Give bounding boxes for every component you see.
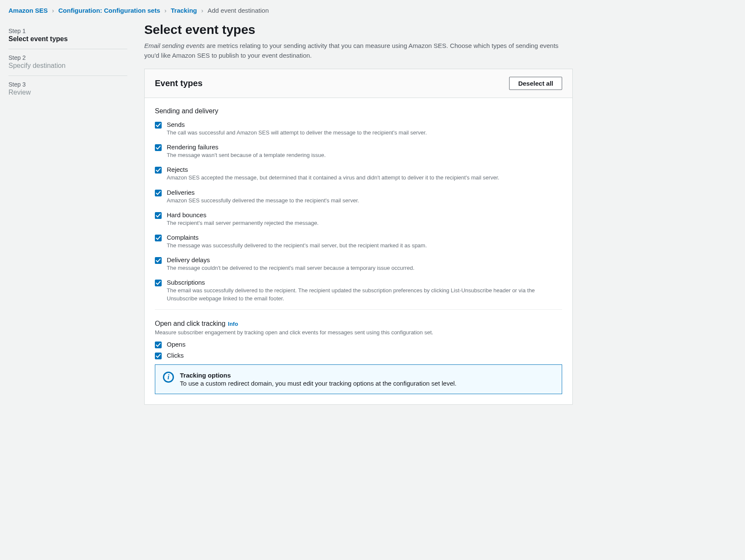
checkbox-row-deliveries: Deliveries Amazon SES successfully deliv… [155,189,562,204]
checkbox-desc: The call was successful and Amazon SES w… [167,129,427,137]
info-box-body: To use a custom redirect domain, you mus… [180,380,457,387]
step-label: Step 3 [8,81,127,88]
step-title: Select event types [8,34,127,43]
checkbox-desc: Amazon SES accepted the message, but det… [167,174,499,182]
page-intro: Email sending events are metrics relatin… [144,41,573,60]
breadcrumb-link[interactable]: Configuration: Configuration sets [59,7,160,14]
checkbox-delivery-delays[interactable] [155,257,162,264]
breadcrumb-link[interactable]: Amazon SES [8,7,48,14]
checkbox-desc: Amazon SES successfully delivered the me… [167,197,359,204]
checkbox-row-rendering-failures: Rendering failures The message wasn't se… [155,143,562,159]
checkbox-label: Subscriptions [167,279,562,286]
panel-title: Event types [155,78,202,88]
checkbox-opens[interactable] [155,342,162,348]
checkbox-row-hard-bounces: Hard bounces The recipient's mail server… [155,211,562,227]
wizard-step-1[interactable]: Step 1 Select event types [8,22,127,49]
checkbox-row-clicks: Clicks [155,352,562,359]
checkbox-desc: The message was successfully delivered t… [167,242,427,249]
checkbox-row-subscriptions: Subscriptions The email was successfully… [155,279,562,302]
checkbox-label: Rendering failures [167,143,326,151]
checkbox-label: Rejects [167,166,499,173]
step-title: Review [8,88,127,96]
wizard-steps: Step 1 Select event types Step 2 Specify… [8,22,127,405]
step-label: Step 1 [8,28,127,34]
breadcrumb-current: Add event destination [207,7,269,14]
info-link[interactable]: Info [228,321,238,327]
info-icon [163,372,174,383]
checkbox-row-rejects: Rejects Amazon SES accepted the message,… [155,166,562,182]
checkbox-label: Opens [167,341,185,348]
info-box-title: Tracking options [180,372,457,379]
checkbox-label: Hard bounces [167,211,319,218]
breadcrumb: Amazon SES › Configuration: Configuratio… [8,3,737,22]
checkbox-desc: The message wasn't sent because of a tem… [167,151,326,159]
group-heading-tracking: Open and click trackingInfo [155,320,562,328]
deselect-all-button[interactable]: Deselect all [509,77,562,90]
chevron-right-icon: › [165,7,167,14]
main-content: Select event types Email sending events … [144,22,573,405]
checkbox-rendering-failures[interactable] [155,144,162,151]
breadcrumb-link[interactable]: Tracking [171,7,197,14]
checkbox-deliveries[interactable] [155,190,162,196]
checkbox-label: Delivery delays [167,256,415,263]
checkbox-desc: The message couldn't be delivered to the… [167,264,415,272]
checkbox-row-delivery-delays: Delivery delays The message couldn't be … [155,256,562,272]
checkbox-desc: The email was successfully delivered to … [167,287,562,302]
checkbox-rejects[interactable] [155,167,162,174]
checkbox-sends[interactable] [155,122,162,129]
wizard-step-3[interactable]: Step 3 Review [8,76,127,102]
chevron-right-icon: › [201,7,203,14]
step-title: Specify destination [8,61,127,70]
checkbox-desc: The recipient's mail server permanently … [167,219,319,227]
checkbox-row-opens: Opens [155,341,562,348]
checkbox-subscriptions[interactable] [155,280,162,286]
group-desc-tracking: Measure subscriber engagement by trackin… [155,329,562,336]
checkbox-hard-bounces[interactable] [155,212,162,219]
tracking-info-box: Tracking options To use a custom redirec… [155,364,562,394]
group-heading-sending: Sending and delivery [155,107,562,115]
page-title: Select event types [144,22,573,37]
checkbox-row-sends: Sends The call was successful and Amazon… [155,121,562,137]
wizard-step-2[interactable]: Step 2 Specify destination [8,49,127,76]
checkbox-complaints[interactable] [155,235,162,241]
checkbox-clicks[interactable] [155,353,162,359]
event-types-panel: Event types Deselect all Sending and del… [144,69,573,405]
checkbox-label: Clicks [167,352,184,359]
chevron-right-icon: › [52,7,54,14]
checkbox-row-complaints: Complaints The message was successfully … [155,234,562,249]
checkbox-label: Sends [167,121,427,128]
step-label: Step 2 [8,54,127,61]
checkbox-label: Deliveries [167,189,359,196]
divider [155,309,562,310]
checkbox-label: Complaints [167,234,427,241]
